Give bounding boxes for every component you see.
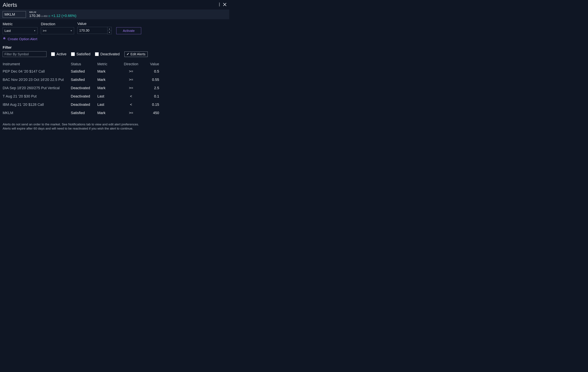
footnote-line2: Alerts will expire after 60 days and wil… xyxy=(3,126,227,131)
table-row[interactable]: BAC Nov 20'20 23 Oct 16'20 22.5 PutSatis… xyxy=(3,78,227,82)
cell-instrument: MKLM xyxy=(3,111,71,115)
svg-point-1 xyxy=(219,4,220,5)
checkbox-icon xyxy=(51,52,55,56)
cell-metric: Last xyxy=(97,103,121,107)
more-menu-icon[interactable] xyxy=(219,3,220,6)
filter-title: Filter xyxy=(0,41,229,51)
svg-point-2 xyxy=(219,5,220,6)
quote-xvol: x 450 xyxy=(41,15,48,18)
cell-direction: >= xyxy=(121,86,142,90)
table-row[interactable]: DIA Sep 18'20 260/275 Put VerticalDeacti… xyxy=(3,86,227,90)
metric-select[interactable]: Last ▼ xyxy=(3,27,38,34)
cell-instrument: BAC Nov 20'20 23 Oct 16'20 22.5 Put xyxy=(3,78,71,82)
cell-instrument: T Aug 21 '20 $30 Put xyxy=(3,94,71,98)
footnote: Alerts do not send an order to the marke… xyxy=(0,119,229,134)
cell-instrument: PEP Dec 04 '20 $147 Call xyxy=(3,69,71,73)
metric-value: Last xyxy=(4,29,11,33)
svg-rect-4 xyxy=(4,38,5,38)
value-input[interactable]: 170.30 xyxy=(77,27,107,34)
direction-value: >= xyxy=(43,29,46,33)
cell-value: 2.5 xyxy=(142,86,159,90)
cell-metric: Mark xyxy=(97,78,121,82)
cell-instrument: IBM Aug 21 '20 $128 Call xyxy=(3,103,71,107)
table-row[interactable]: IBM Aug 21 '20 $128 CallDeactivatedLast<… xyxy=(3,103,227,107)
th-value: Value xyxy=(142,62,159,66)
quote-ticker: MKLM xyxy=(29,11,76,14)
cell-status: Deactivated xyxy=(71,103,97,107)
bell-plus-icon xyxy=(3,37,6,41)
quote-flag: D xyxy=(49,15,50,18)
filter-check-deactivated-label: Deactivated xyxy=(100,52,120,56)
create-option-alert-label: Create Option Alert xyxy=(8,37,37,41)
cell-direction: >= xyxy=(121,69,142,73)
th-direction: Direction xyxy=(121,62,142,66)
page-title: Alerts xyxy=(3,2,17,8)
cell-metric: Mark xyxy=(97,86,121,90)
cell-metric: Last xyxy=(97,94,121,98)
metric-label: Metric xyxy=(3,22,38,26)
cell-status: Deactivated xyxy=(71,94,97,98)
table-row[interactable]: MKLMSatisfiedMark>=450 xyxy=(3,111,227,115)
cell-value: 0.5 xyxy=(142,69,159,73)
chevron-down-icon: ▼ xyxy=(34,30,36,32)
footnote-line1: Alerts do not send an order to the marke… xyxy=(3,122,227,126)
value-input-text: 170.30 xyxy=(79,29,89,32)
cell-direction: >= xyxy=(121,111,142,115)
cell-direction: < xyxy=(121,94,142,98)
filter-check-deactivated[interactable]: Deactivated xyxy=(95,52,120,56)
filter-check-active-label: Active xyxy=(56,52,66,56)
stepper-up-icon[interactable]: ▲ xyxy=(107,27,111,31)
th-status: Status xyxy=(71,62,97,66)
close-icon[interactable] xyxy=(223,3,227,6)
filter-symbol-input[interactable] xyxy=(3,51,46,57)
cell-status: Satisfied xyxy=(71,69,97,73)
stepper-down-icon[interactable]: ▼ xyxy=(107,31,111,34)
edit-alerts-label: Edit Alerts xyxy=(131,52,146,56)
checkbox-icon xyxy=(95,52,99,56)
cell-value: 0.15 xyxy=(142,103,159,107)
cell-direction: < xyxy=(121,103,142,107)
pencil-icon xyxy=(126,52,129,56)
cell-value: 0.1 xyxy=(142,94,159,98)
create-option-alert-link[interactable]: Create Option Alert xyxy=(0,34,40,41)
table-row[interactable]: PEP Dec 04 '20 $147 CallSatisfiedMark>=0… xyxy=(3,69,227,73)
quote-change: +1.12 (+0.66%) xyxy=(51,14,76,18)
cell-metric: Mark xyxy=(97,69,121,73)
cell-metric: Mark xyxy=(97,111,121,115)
cell-status: Deactivated xyxy=(71,86,97,90)
cell-direction: >= xyxy=(121,78,142,82)
filter-check-satisfied[interactable]: Satisfied xyxy=(71,52,90,56)
cell-status: Satisfied xyxy=(71,111,97,115)
cell-value: 450 xyxy=(142,111,159,115)
svg-point-0 xyxy=(219,3,220,3)
table-row[interactable]: T Aug 21 '20 $30 PutDeactivatedLast<0.1 xyxy=(3,94,227,98)
edit-alerts-button[interactable]: Edit Alerts xyxy=(124,52,148,57)
direction-select[interactable]: >= ▼ xyxy=(41,27,74,34)
symbol-input[interactable] xyxy=(3,11,26,18)
cell-instrument: DIA Sep 18'20 260/275 Put Vertical xyxy=(3,86,71,90)
chevron-down-icon: ▼ xyxy=(70,30,72,32)
alerts-table: Instrument Status Metric Direction Value… xyxy=(0,62,229,115)
direction-label: Direction xyxy=(41,22,74,26)
filter-check-satisfied-label: Satisfied xyxy=(76,52,90,56)
value-label: Value xyxy=(77,21,112,26)
quote-price: 170.36 xyxy=(29,14,40,18)
activate-button[interactable]: Activate xyxy=(116,27,141,34)
filter-check-active[interactable]: Active xyxy=(51,52,66,56)
th-instrument: Instrument xyxy=(3,62,71,66)
th-metric: Metric xyxy=(97,62,121,66)
cell-status: Satisfied xyxy=(71,78,97,82)
cell-value: 0.55 xyxy=(142,78,159,82)
symbol-bar: MKLM 170.36 x 450 D +1.12 (+0.66%) xyxy=(0,10,229,19)
checkbox-icon xyxy=(71,52,75,56)
